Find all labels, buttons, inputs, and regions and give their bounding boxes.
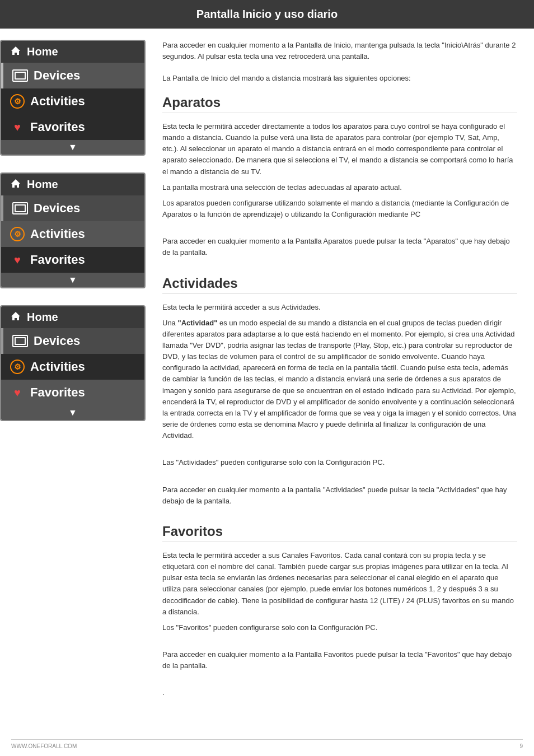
sidebar-item-home-1[interactable]: Home: [1, 41, 144, 63]
actividades-para2: Una "Actividad" es un modo especial de s…: [162, 318, 517, 442]
sidebar-panel-1: Home Devices ⚙ Activities ♥ Favorites ▼: [0, 40, 146, 156]
sidebar-activities-label-3: Activities: [30, 360, 85, 374]
section-title-aparatos: Aparatos: [162, 95, 517, 113]
section-aparatos: Aparatos Esta tecla le permitirá acceder…: [162, 95, 517, 259]
home-icon: [10, 45, 21, 58]
sidebar-devices-label-1: Devices: [34, 68, 80, 83]
sidebar-favorites-label-3: Favorites: [30, 385, 85, 400]
sidebar-item-favorites-1[interactable]: ♥ Favorites: [1, 114, 144, 140]
aparatos-para3: Los aparatos pueden configurarse utiliza…: [162, 198, 517, 220]
sidebar-item-home-3[interactable]: Home: [1, 306, 144, 328]
aparatos-para4: Para acceder en cualquier momento a la P…: [162, 236, 517, 258]
actividades-para2-rest: es un modo especial de su mando a distan…: [162, 319, 516, 440]
home-icon-2: [10, 178, 21, 191]
sidebar-panel-2: Home Devices ⚙ Activities ♥ Favorites ▼: [0, 172, 146, 288]
actividades-bold: "Actividad": [177, 319, 217, 327]
activities-icon-3: ⚙: [10, 360, 25, 374]
sidebar-item-favorites-3[interactable]: ♥ Favorites: [1, 380, 144, 405]
sidebar-devices-label-2: Devices: [34, 201, 80, 216]
favorites-icon-1: ♥: [10, 120, 25, 134]
devices-icon-3: [12, 335, 28, 347]
svg-marker-1: [11, 179, 20, 188]
sidebar-item-favorites-2[interactable]: ♥ Favorites: [1, 247, 144, 273]
page-title: Pantalla Inicio y uso diario: [11, 8, 523, 21]
sidebar-home-label-2: Home: [27, 178, 58, 191]
section-title-actividades: Actividades: [162, 276, 517, 294]
favoritos-para4: .: [162, 687, 517, 698]
scroll-arrow-2[interactable]: ▼: [1, 273, 144, 287]
activities-icon-2: ⚙: [10, 227, 25, 241]
sidebar-item-devices-2[interactable]: Devices: [1, 195, 144, 221]
svg-marker-0: [11, 46, 20, 55]
favorites-icon-2: ♥: [10, 253, 25, 267]
favoritos-para1: Esta tecla le permitirá acceder a sus Ca…: [162, 550, 517, 618]
section-body-actividades: Esta tecla le permitirá acceder a sus Ac…: [162, 302, 517, 507]
home-icon-3: [10, 311, 21, 324]
footer-page-number: 9: [519, 743, 523, 749]
section-actividades: Actividades Esta tecla le permitirá acce…: [162, 276, 517, 507]
scroll-arrow-1[interactable]: ▼: [1, 140, 144, 155]
sidebar: Home Devices ⚙ Activities ♥ Favorites ▼: [0, 40, 151, 716]
sidebar-item-devices-3[interactable]: Devices: [1, 328, 144, 354]
sidebar-item-activities-3[interactable]: ⚙ Activities: [1, 354, 144, 380]
sidebar-panel-3: Home Devices ⚙ Activities ♥ Favorites ▼: [0, 305, 146, 421]
page-header: Pantalla Inicio y uso diario: [0, 0, 534, 29]
sidebar-item-activities-1[interactable]: ⚙ Activities: [1, 88, 144, 114]
sidebar-item-home-2[interactable]: Home: [1, 174, 144, 195]
footer-website: WWW.ONEFORALL.COM: [11, 743, 77, 749]
activities-icon-1: ⚙: [10, 94, 25, 109]
scroll-arrow-3[interactable]: ▼: [1, 405, 144, 420]
aparatos-para1: Esta tecla le permitirá acceder directam…: [162, 121, 517, 178]
content-area: Para acceder en cualquier momento a la P…: [151, 40, 534, 716]
actividades-para1: Esta tecla le permitirá acceder a sus Ac…: [162, 302, 517, 313]
favorites-icon-3: ♥: [10, 385, 25, 400]
sidebar-activities-label-1: Activities: [30, 94, 85, 109]
intro-para2: La Pantalla de Inicio del mando a distan…: [162, 73, 517, 84]
favoritos-para2: Los "Favoritos" pueden configurarse solo…: [162, 622, 517, 633]
aparatos-para2: La pantalla mostrará una selección de te…: [162, 182, 517, 193]
section-body-aparatos: Esta tecla le permitirá acceder directam…: [162, 121, 517, 259]
svg-marker-2: [11, 312, 20, 320]
sidebar-home-label-1: Home: [27, 45, 58, 58]
devices-icon-1: [12, 69, 28, 82]
favoritos-para3: Para acceder en cualquier momento a la P…: [162, 649, 517, 671]
main-content: Home Devices ⚙ Activities ♥ Favorites ▼: [0, 40, 534, 727]
sidebar-activities-label-2: Activities: [30, 227, 85, 241]
page-footer: WWW.ONEFORALL.COM 9: [11, 739, 523, 749]
actividades-para3: Las "Actividades" pueden configurarse so…: [162, 457, 517, 468]
sidebar-favorites-label-2: Favorites: [30, 253, 85, 267]
sidebar-item-devices-1[interactable]: Devices: [1, 63, 144, 88]
intro-text: Para acceder en cualquier momento a la P…: [162, 40, 517, 83]
sidebar-devices-label-3: Devices: [34, 334, 80, 348]
devices-icon-2: [12, 202, 28, 214]
actividades-para4: Para acceder en cualquier momento a la p…: [162, 484, 517, 507]
sidebar-favorites-label-1: Favorites: [30, 120, 85, 134]
sidebar-item-activities-2[interactable]: ⚙ Activities: [1, 221, 144, 247]
section-favoritos: Favoritos Esta tecla le permitirá accede…: [162, 524, 517, 699]
intro-para1: Para acceder en cualquier momento a la P…: [162, 40, 517, 62]
section-body-favoritos: Esta tecla le permitirá acceder a sus Ca…: [162, 550, 517, 699]
section-title-favoritos: Favoritos: [162, 524, 517, 542]
sidebar-home-label-3: Home: [27, 311, 58, 324]
